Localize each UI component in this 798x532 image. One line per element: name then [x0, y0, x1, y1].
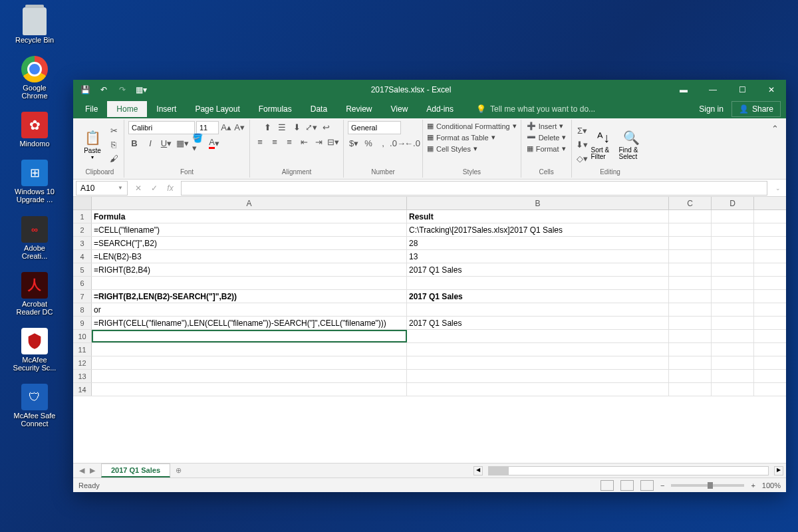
format-as-table-button[interactable]: ▦Format as Table ▾ — [427, 132, 495, 142]
delete-cells-button[interactable]: ➖Delete ▾ — [525, 132, 568, 142]
close-button[interactable]: ✕ — [757, 80, 786, 100]
sign-in-link[interactable]: Sign in — [691, 104, 732, 114]
cell[interactable] — [669, 210, 712, 223]
wrap-text-button[interactable]: ↩ — [320, 121, 332, 133]
row-header[interactable]: 2 — [73, 223, 92, 236]
cell[interactable] — [669, 263, 712, 276]
hscroll-track[interactable] — [488, 466, 769, 475]
border-button[interactable]: ▦▾ — [176, 137, 188, 149]
cell[interactable] — [407, 343, 669, 356]
cell[interactable] — [712, 343, 754, 356]
merge-center-button[interactable]: ⊟▾ — [327, 136, 339, 148]
cell[interactable] — [92, 383, 407, 396]
cell[interactable] — [92, 277, 407, 289]
add-sheet-button[interactable]: ⊕ — [170, 466, 186, 475]
cell[interactable]: 13 — [407, 250, 669, 263]
clear-button[interactable]: ◇▾ — [576, 153, 588, 165]
row-header[interactable]: 12 — [73, 356, 92, 369]
align-right-button[interactable]: ≡ — [283, 136, 295, 148]
sort-filter-button[interactable]: ᴬ↓Sort & Filter — [591, 125, 616, 165]
cell[interactable]: =RIGHT(B2,LEN(B2)-SEARCH("]",B2)) — [92, 290, 407, 303]
row-header[interactable]: 8 — [73, 303, 92, 316]
row-header[interactable]: 9 — [73, 317, 92, 329]
name-box[interactable]: A10▼ — [76, 181, 128, 196]
desktop-icon-win10-upgrade[interactable]: ⊞Windows 10 Upgrade ... — [8, 157, 61, 206]
row-header[interactable]: 5 — [73, 263, 92, 276]
underline-button[interactable]: U▾ — [160, 137, 172, 149]
row-header[interactable]: 3 — [73, 237, 92, 249]
enter-formula-button[interactable]: ✓ — [146, 184, 162, 193]
paste-button[interactable]: 📋Paste▾ — [80, 125, 105, 165]
align-top-button[interactable]: ⬆ — [261, 121, 273, 133]
select-all-button[interactable] — [73, 197, 92, 209]
cell[interactable] — [407, 370, 669, 382]
row-header[interactable]: 7 — [73, 290, 92, 303]
collapse-ribbon-button[interactable]: ⌃ — [769, 122, 781, 134]
cell[interactable]: Result — [407, 210, 669, 223]
increase-decimal-button[interactable]: .0→ — [392, 137, 404, 149]
cell[interactable]: C:\Tracking\[2017Sales.xlsx]2017 Q1 Sale… — [407, 223, 669, 236]
formula-input[interactable] — [181, 181, 767, 196]
cell[interactable] — [669, 330, 712, 342]
increase-font-button[interactable]: A▴ — [220, 121, 232, 133]
row-header[interactable]: 11 — [73, 343, 92, 356]
zoom-level[interactable]: 100% — [762, 481, 781, 489]
cell[interactable] — [712, 290, 754, 303]
cell[interactable] — [712, 330, 754, 342]
fill-button[interactable]: ⬇▾ — [576, 139, 588, 151]
percent-button[interactable]: % — [362, 137, 374, 149]
desktop-icon-chrome[interactable]: Google Chrome — [8, 53, 61, 102]
tab-nav-next[interactable]: ▶ — [88, 466, 97, 475]
cell[interactable] — [669, 343, 712, 356]
font-name-select[interactable] — [128, 121, 195, 134]
tab-addins[interactable]: Add-ins — [417, 101, 463, 117]
desktop-icon-adobe-cc[interactable]: ∞Adobe Creati... — [8, 213, 61, 263]
desktop-icon-acrobat[interactable]: 人Acrobat Reader DC — [8, 269, 61, 319]
cell[interactable]: =LEN(B2)-B3 — [92, 250, 407, 263]
tab-nav-prev[interactable]: ◀ — [77, 466, 86, 475]
cell[interactable] — [407, 356, 669, 369]
copy-button[interactable]: ⎘ — [108, 139, 120, 151]
font-size-select[interactable] — [196, 121, 219, 134]
find-select-button[interactable]: 🔍Find & Select — [618, 125, 644, 165]
currency-button[interactable]: $▾ — [348, 137, 360, 149]
maximize-button[interactable]: ☐ — [728, 80, 757, 100]
tab-file[interactable]: File — [76, 101, 107, 117]
cell[interactable] — [712, 383, 754, 396]
row-header[interactable]: 1 — [73, 210, 92, 223]
cell[interactable]: 28 — [407, 237, 669, 249]
cell[interactable] — [669, 290, 712, 303]
cell[interactable] — [407, 330, 669, 342]
column-header-d[interactable]: D — [712, 197, 754, 209]
cell[interactable] — [669, 370, 712, 382]
cell[interactable]: or — [92, 303, 407, 316]
cell[interactable] — [712, 223, 754, 236]
save-button[interactable]: 💾 — [78, 83, 92, 96]
tab-home[interactable]: Home — [107, 101, 147, 117]
italic-button[interactable]: I — [144, 137, 156, 149]
cell[interactable] — [407, 383, 669, 396]
cell[interactable]: Formula — [92, 210, 407, 223]
cell[interactable] — [407, 277, 669, 289]
conditional-formatting-button[interactable]: ▦Conditional Formatting ▾ — [427, 121, 517, 131]
cell[interactable]: =RIGHT(B2,B4) — [92, 263, 407, 276]
column-header-c[interactable]: C — [669, 197, 712, 209]
row-header[interactable]: 13 — [73, 370, 92, 382]
cell[interactable]: 2017 Q1 Sales — [407, 317, 669, 329]
cell[interactable]: =RIGHT(CELL("filename"),LEN(CELL("filena… — [92, 317, 407, 329]
cell[interactable] — [92, 330, 407, 342]
cell[interactable]: =CELL("filename") — [92, 223, 407, 236]
row-header[interactable]: 4 — [73, 250, 92, 263]
decrease-indent-button[interactable]: ⇤ — [298, 136, 310, 148]
row-header[interactable]: 6 — [73, 277, 92, 289]
redo-button[interactable]: ↷ — [116, 83, 129, 96]
insert-function-button[interactable]: fx — [162, 184, 178, 193]
zoom-out-button[interactable]: − — [660, 481, 664, 489]
autosum-button[interactable]: Σ▾ — [576, 125, 588, 137]
row-header[interactable]: 14 — [73, 383, 92, 396]
cell[interactable] — [669, 317, 712, 329]
desktop-icon-mcafee-security[interactable]: McAfee Security Sc... — [8, 325, 61, 374]
cell[interactable] — [712, 303, 754, 316]
view-page-layout-button[interactable] — [620, 480, 634, 491]
column-header-a[interactable]: A — [92, 197, 407, 209]
